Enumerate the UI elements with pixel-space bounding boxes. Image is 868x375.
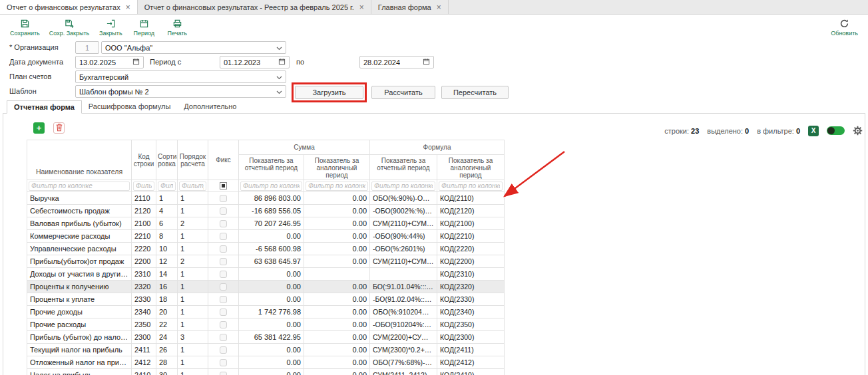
save-close-button[interactable]: Сохр. Закрыть — [45, 15, 95, 39]
organization-code-field[interactable]: 1 — [75, 41, 99, 54]
tab-report-form[interactable]: Отчетная форма — [7, 100, 82, 114]
table-row[interactable]: Текущий налог на прибыль 2411 26 1 0.00 … — [27, 344, 505, 356]
organization-select[interactable]: ООО "Альфа" — [101, 41, 286, 54]
row-fix-cell — [208, 344, 239, 356]
doc-date-field[interactable]: 13.02.2025 — [75, 56, 144, 68]
row-formula-prev: КОД(2210) — [437, 230, 505, 243]
table-row[interactable]: Прочие расходы 2350 22 1 0.00 0.00 -ОБО(… — [27, 318, 505, 331]
row-sum-report: 0.00 — [239, 369, 304, 375]
row-fix-cell — [208, 356, 239, 369]
print-button[interactable]: Печать — [160, 15, 194, 39]
table-row[interactable]: Прочие доходы 2340 20 1 1 742 776.98 0.0… — [27, 306, 505, 318]
close-icon[interactable]: × — [359, 3, 364, 11]
col-header-fix[interactable]: Фикс — [208, 140, 239, 180]
row-formula-report: ОБО(77%:68%)-ОБО... — [370, 356, 437, 369]
tab-formula-decode[interactable]: Расшифровка формулы — [82, 100, 177, 114]
calculate-button[interactable]: Рассчитать — [371, 86, 435, 99]
exit-door-icon — [106, 19, 116, 29]
chart-of-accounts-select[interactable]: Бухгалтерский — [75, 70, 286, 83]
row-fix-cell — [208, 243, 239, 255]
row-fix-checkbox[interactable] — [220, 309, 227, 316]
row-fix-checkbox[interactable] — [220, 207, 227, 215]
col-header-formula-prev[interactable]: Показатель за аналогичный период предыду… — [437, 155, 505, 180]
row-fix-checkbox[interactable] — [220, 258, 227, 265]
refresh-button[interactable]: Обновить — [826, 15, 863, 39]
row-fix-checkbox[interactable] — [220, 245, 227, 253]
table-row[interactable]: Налог на прибыль 2410 30 1 0.00 0.00 СУМ… — [27, 369, 505, 375]
row-fix-checkbox[interactable] — [220, 296, 227, 303]
row-fix-checkbox[interactable] — [220, 334, 227, 341]
period-button[interactable]: Период — [127, 15, 160, 39]
grid-toggle[interactable] — [827, 126, 845, 135]
calendar-icon — [132, 58, 140, 66]
tab-additional[interactable]: Дополнительно — [177, 100, 243, 114]
settings-gear-button[interactable] — [853, 126, 863, 136]
close-label: Закрыть — [99, 30, 122, 37]
table-row[interactable]: Себестоимость продаж 2120 4 1 -16 689 55… — [27, 205, 505, 217]
row-sort: 14 — [156, 268, 178, 281]
refresh-icon — [839, 19, 849, 29]
window-tab-main-form[interactable]: Главная форма × — [371, 0, 449, 14]
table-row[interactable]: Коммерческие расходы 2210 8 1 0.00 0.00 … — [27, 230, 505, 243]
row-sum-report: -6 568 600.98 — [239, 243, 304, 255]
filter-input-name[interactable] — [29, 182, 130, 191]
table-row[interactable]: Прибыль (убыток) до налогообложения 2300… — [27, 331, 505, 344]
row-sum-prev: 0.00 — [304, 318, 370, 331]
row-fix-checkbox[interactable] — [220, 321, 227, 328]
delete-row-button[interactable] — [53, 122, 65, 134]
filter-input-formula-report[interactable] — [371, 182, 435, 191]
save-close-icon — [65, 19, 75, 29]
period-from-field[interactable]: 01.12.2023 — [220, 56, 290, 68]
row-formula-prev: КОД(2411) — [437, 344, 505, 356]
row-code: 2411 — [132, 344, 156, 356]
row-formula-report: -ОБО(910204%:%)-С... — [370, 318, 437, 331]
save-button[interactable]: Сохранить — [5, 15, 45, 39]
row-formula-report — [370, 268, 437, 281]
row-fix-checkbox[interactable] — [220, 283, 227, 291]
window-tab-financial-report[interactable]: Отчет о финансовых результатах × — [0, 0, 138, 14]
recalculate-button[interactable]: Пересчитать — [441, 86, 509, 99]
row-fix-checkbox[interactable] — [220, 271, 227, 278]
load-button[interactable]: Загрузить — [295, 86, 363, 99]
row-order: 2 — [178, 255, 208, 268]
period-to-field[interactable]: 28.02.2024 — [359, 56, 434, 68]
table-row[interactable]: Прибыль(убыток)от продаж 2200 12 2 63 63… — [27, 255, 505, 268]
col-header-formula-report[interactable]: Показатель за отчетный период — [370, 155, 437, 180]
row-fix-checkbox[interactable] — [220, 233, 227, 240]
col-header-sort[interactable]: Сорти-ровка — [156, 140, 178, 180]
col-header-order[interactable]: Порядок расчета — [178, 140, 208, 180]
table-row[interactable]: Валовая прибыль (убыток) 2100 6 2 70 207… — [27, 217, 505, 230]
row-code: 2100 — [132, 217, 156, 230]
table-row[interactable]: Отложенный налог на прибыль 2412 28 1 0.… — [27, 356, 505, 369]
add-row-button[interactable]: + — [33, 122, 45, 134]
table-row[interactable]: Проценты к получению 2320 16 1 0.00 0.00… — [27, 281, 505, 293]
report-table: Наименование показателя Код строки Сорти… — [27, 140, 505, 375]
table-row[interactable]: Доходы от участия в других организаци...… — [27, 268, 505, 281]
col-header-sum-prev[interactable]: Показатель за аналогичный период предыду… — [304, 155, 370, 180]
filter-input-sum-prev[interactable] — [306, 182, 368, 191]
row-fix-cell — [208, 230, 239, 243]
table-row[interactable]: Управленческие расходы 2220 10 1 -6 568 … — [27, 243, 505, 255]
close-icon[interactable]: × — [437, 3, 441, 11]
table-row[interactable]: Выручка 2110 1 1 86 896 803.00 0.00 ОБО(… — [27, 192, 505, 205]
col-header-name[interactable]: Наименование показателя — [27, 140, 132, 180]
filter-fix-checkbox[interactable] — [220, 182, 227, 189]
excel-export-button[interactable]: X — [808, 126, 819, 136]
close-button[interactable]: Закрыть — [94, 15, 127, 39]
col-header-code[interactable]: Код строки — [132, 140, 156, 180]
row-fix-checkbox[interactable] — [220, 220, 227, 227]
close-icon[interactable]: × — [126, 3, 130, 11]
col-header-sum-report[interactable]: Показатель за отчетный период — [239, 155, 304, 180]
filter-input-sort[interactable] — [158, 182, 176, 191]
filter-input-formula-prev[interactable] — [439, 182, 503, 191]
table-row[interactable]: Проценты к уплате 2330 18 1 0.00 0.00 -Б… — [27, 293, 505, 306]
row-fix-checkbox[interactable] — [220, 195, 227, 202]
filter-input-code[interactable] — [133, 182, 154, 191]
row-fix-checkbox[interactable] — [220, 359, 227, 366]
filter-input-sum-report[interactable] — [240, 182, 302, 191]
template-select[interactable]: Шаблон формы № 2 — [75, 85, 286, 98]
window-tab-registry[interactable]: Отчет о финансовых результатах - Реестр … — [138, 0, 371, 14]
row-fix-checkbox[interactable] — [220, 346, 227, 354]
row-fix-checkbox[interactable] — [220, 372, 227, 375]
filter-input-order[interactable] — [179, 182, 206, 191]
